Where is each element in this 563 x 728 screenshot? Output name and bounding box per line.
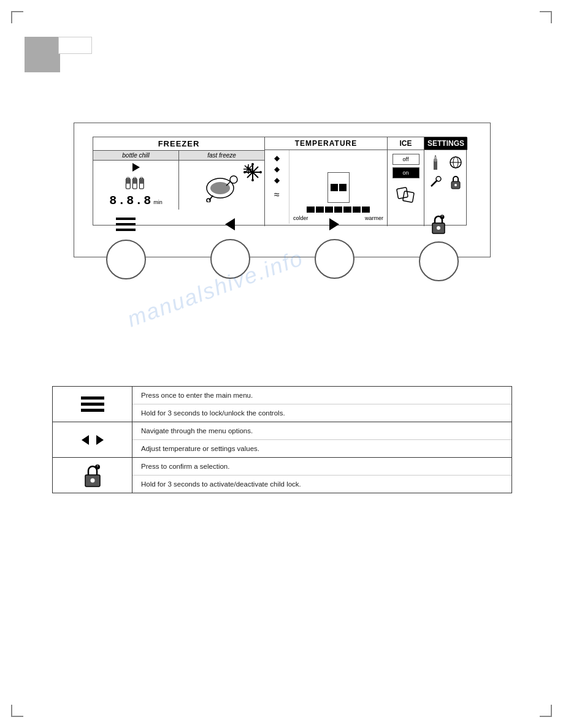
lock-icon-button [430,214,447,237]
settings-body [424,150,467,194]
temp-bar-graph [307,207,370,213]
svg-point-31 [434,156,437,159]
temp-indicator-box [327,172,350,203]
temperature-title: TEMPERATURE [265,137,387,150]
svg-rect-49 [81,409,104,412]
svg-point-53 [90,478,94,482]
temperature-left-indicators: ◆ ◆ ◆ ≈ [265,150,289,224]
svg-point-15 [230,176,237,183]
ice-section: ICE off on [388,137,424,226]
svg-marker-51 [96,435,104,445]
svg-point-23 [251,163,254,165]
svg-rect-2 [126,180,130,184]
bottle-chill-label: bottle chill [93,151,179,160]
drop2: ◆ [274,165,280,173]
svg-point-45 [437,226,440,230]
ice-off-button[interactable]: off [393,154,419,165]
table-row-arrows: Navigate through the menu options. Adjus… [53,422,511,458]
bar4 [334,207,342,213]
wrench-icon [427,173,444,191]
bottle-chill-area: 8.8.8 min [93,161,179,210]
globe-icon [447,154,464,171]
reference-table: Press once to enter the main menu. Hold … [52,386,512,493]
left-arrow-icon-table [80,434,90,446]
svg-point-25 [243,171,246,173]
ice-body: off on [388,150,424,205]
svg-point-14 [210,182,230,194]
lock-icon-settings [447,173,464,191]
svg-rect-39 [116,218,136,220]
bar3 [325,207,333,213]
table-content-arrows: Navigate through the menu options. Adjus… [132,422,511,457]
freezer-section: FREEZER bottle chill fast freeze [93,137,265,226]
freezer-icons-row: 8.8.8 min [93,161,264,210]
candle-icon [427,154,444,171]
table-icon-menu [53,387,132,422]
table-content-row-3-2: Hold for 3 seconds to activate/deactivat… [132,476,511,493]
svg-rect-5 [132,180,137,184]
svg-rect-47 [81,396,104,400]
drop1: ◆ [274,154,280,162]
corner-mark-tr [540,11,552,23]
bar1 [307,207,315,213]
svg-marker-42 [225,218,235,230]
temperature-section: TEMPERATURE ◆ ◆ ◆ ≈ [265,137,388,226]
bar5 [343,207,351,213]
menu-button-group [106,216,146,279]
temp-inner-blocks [331,184,347,191]
temp-block-2 [339,184,347,191]
lock-button[interactable] [419,241,459,281]
svg-marker-50 [82,435,89,445]
freezer-sub-row: bottle chill fast freeze [93,151,264,161]
table-icon-arrows [53,422,132,457]
freezer-title: FREEZER [93,137,264,151]
svg-point-26 [259,171,262,173]
digital-display: 8.8.8 [109,195,152,207]
right-arrow-icon [327,217,342,234]
table-content-menu: Press once to enter the main menu. Hold … [132,387,511,422]
table-content-lock: Press to confirm a selection. Hold for 3… [132,458,511,493]
ice-on-button[interactable]: on [393,167,419,178]
control-panel-box: FREEZER bottle chill fast freeze [93,137,467,226]
temperature-right-display: colder warmer [289,150,387,224]
left-arrow-icon [223,217,237,234]
snowflake-icon-large [243,163,262,181]
svg-rect-41 [116,229,136,231]
food-icon [202,169,242,202]
bottles-icon [119,175,153,190]
min-label: min [153,199,163,205]
table-content-row-2-1: Navigate through the menu options. [132,422,511,440]
logo-white-rect [58,37,92,54]
lock-button-group [419,214,459,281]
right-arrow-icon-table [95,434,105,446]
back-button[interactable] [210,239,250,279]
svg-point-36 [436,176,441,181]
table-icon-lock [53,458,132,493]
table-content-row-1-1: Press once to enter the main menu. [132,387,511,404]
lock-icon-table [83,464,102,487]
menu-icon [116,216,136,235]
drop3: ◆ [274,176,280,184]
fast-freeze-area [179,161,264,210]
svg-rect-8 [139,180,144,184]
ice-cube-icon [395,183,417,205]
logo-gray-square [25,37,60,72]
table-row-lock: Press to confirm a selection. Hold for 3… [53,458,511,493]
bar7 [362,207,370,213]
ice-title: ICE [388,137,424,150]
svg-rect-48 [81,403,104,406]
corner-mark-br [540,705,552,717]
table-content-row-1-2: Hold for 3 seconds to lock/unlock the co… [132,404,511,422]
menu-button[interactable] [106,240,146,279]
fast-freeze-label: fast freeze [179,151,264,160]
wave-symbol: ≈ [274,189,280,200]
svg-point-24 [251,179,254,181]
bar6 [353,207,361,213]
water-drops: ◆ ◆ ◆ [274,154,280,184]
table-content-row-2-2: Adjust temperature or settings values. [132,440,511,457]
forward-button[interactable] [315,239,354,279]
button-reference-table: Press once to enter the main menu. Hold … [52,386,512,493]
display-digits: 8.8.8 [109,195,152,207]
svg-line-35 [431,180,437,186]
corner-mark-tl [11,11,23,23]
